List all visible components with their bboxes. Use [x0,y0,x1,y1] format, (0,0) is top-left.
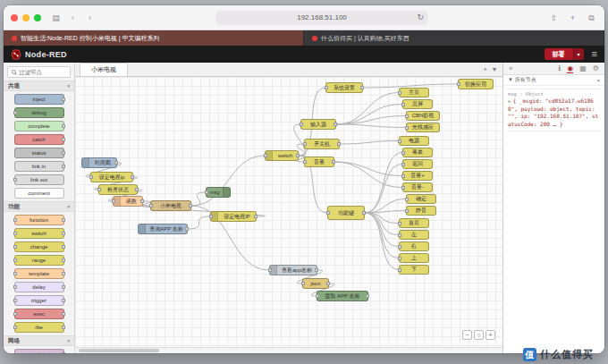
clear-debug-icon[interactable]: × [596,78,600,83]
flow-node-s3[interactable]: CBN影视 [406,111,440,121]
node-port-out[interactable] [131,175,134,179]
node-port-in[interactable] [303,142,307,146]
node-port-out[interactable] [62,165,65,168]
flow-node-s2[interactable]: 息屏 [402,99,433,109]
palette-node-complete[interactable]: complete [14,121,64,131]
node-port-out[interactable] [62,352,65,353]
node-port-in[interactable] [264,154,267,157]
refresh-icon[interactable]: ↻ [417,13,424,21]
browser-tab-inactive[interactable]: 什么值得买 | 认真购物,买好东西 [304,30,604,46]
forward-icon[interactable]: › [84,13,96,23]
new-tab-icon[interactable]: + [567,13,578,23]
flow-node-ip1[interactable]: 设定电视ip [90,172,133,182]
palette-node-trigger[interactable]: trigger [14,295,64,306]
node-port-out[interactable] [185,227,189,231]
flow-node-s12[interactable]: 首页 [399,218,429,228]
node-port-out[interactable] [360,86,364,89]
wire-fk-s13[interactable] [365,213,399,235]
node-port-out[interactable] [62,272,65,275]
debug-filter-dropdown[interactable]: ▼ 所有节点 [508,76,536,84]
close-window-button[interactable] [11,14,18,21]
wire-fk-s7[interactable] [365,165,402,214]
palette-node-range[interactable]: range [14,255,64,266]
flow-canvas[interactable]: − ○ + 时间戳设定电视ip检查状态函数小米电视msg设定电视IP查询APP … [75,77,502,347]
palette-node-link-in[interactable]: link in [14,161,64,172]
node-port-in[interactable] [326,211,330,215]
palette-search-input[interactable] [19,69,66,75]
node-port-out[interactable] [366,294,369,298]
node-port-in[interactable] [301,282,305,285]
node-port-out[interactable] [315,268,318,272]
palette-node-delay[interactable]: delay [14,282,64,292]
flow-node-ip2[interactable]: 设定电视IP [210,211,257,222]
node-port-in[interactable] [405,114,409,118]
canvas-h-scrollbar[interactable] [75,347,502,353]
address-bar[interactable]: 192.168.51.100 ↻ [215,11,428,25]
flow-node-s8[interactable]: 音量+ [402,171,433,181]
node-port-in[interactable] [205,190,208,194]
flow-node-s11[interactable]: 静音 [406,206,436,216]
maximize-window-button[interactable] [34,14,41,21]
node-port-out[interactable] [62,138,65,141]
node-port-in[interactable] [300,123,303,126]
flow-list-icon[interactable]: ▾ [493,65,496,73]
node-port-out[interactable] [62,218,65,222]
node-port-in[interactable] [401,163,405,166]
node-port-in[interactable] [13,218,17,222]
palette-node-function[interactable]: function [14,215,64,225]
palette-node-switch[interactable]: switch [14,228,64,239]
palette-section-header[interactable]: 功能▾ [4,201,74,212]
node-port-out[interactable] [114,161,118,165]
sidebar-collapse-icon[interactable]: « [509,64,512,72]
wire-fk-s6[interactable] [365,153,402,214]
palette-search[interactable] [7,66,71,78]
deploy-options-caret-icon[interactable]: ▾ [573,48,584,60]
node-port-in[interactable] [401,174,405,178]
node-port-in[interactable] [13,178,17,182]
node-port-in[interactable] [268,268,272,272]
node-port-in[interactable] [303,160,307,164]
flow-node-tv[interactable]: 小米电视 [150,200,191,211]
node-port-in[interactable] [398,91,401,95]
node-port-out[interactable] [62,151,65,155]
node-port-out[interactable] [189,204,192,207]
flow-node-s9[interactable]: 音量- [402,182,433,192]
flow-node-vol[interactable]: 音量 [304,157,334,167]
palette-node-rbe[interactable]: rbe [14,322,64,333]
tab-info-icon[interactable]: ℹ [558,64,561,72]
node-port-out[interactable] [62,97,65,101]
flow-node-fn[interactable]: 函数 [113,196,143,207]
zoom-reset-button[interactable]: ○ [474,330,484,340]
wire-src-s4[interactable] [336,124,406,128]
node-port-in[interactable] [13,299,17,302]
node-port-in[interactable] [401,186,405,190]
node-port-out[interactable] [62,285,65,289]
flow-node-e1[interactable]: 提取 APP 名称 [317,291,368,301]
node-port-in[interactable] [316,294,319,298]
wire-q1-ip2[interactable] [188,216,210,229]
flow-node-s10[interactable]: 确定 [406,194,436,204]
node-port-in[interactable] [401,151,405,155]
flow-node-sys[interactable]: 系统设置 [325,82,363,93]
node-port-in[interactable] [13,245,17,249]
back-icon[interactable]: ‹ [67,13,79,23]
node-port-in[interactable] [325,86,328,89]
palette-node-status[interactable]: status [14,148,64,158]
palette-node-inject[interactable]: inject [14,94,64,105]
flow-node-s16[interactable]: 下 [399,265,429,275]
tab-config-icon[interactable]: ⚙ [593,64,599,72]
node-port-in[interactable] [405,209,409,213]
deploy-label[interactable]: 部署 [545,48,573,60]
tab-debug-icon[interactable]: ◉ [567,64,573,73]
node-port-in[interactable] [398,257,401,260]
node-port-out[interactable] [62,245,65,249]
node-port-in[interactable] [97,188,101,191]
palette-node-debug[interactable]: debug [14,107,64,118]
tab-overview-icon[interactable]: ⧉ [586,13,597,23]
flow-node-s15[interactable]: 上 [399,253,429,263]
node-port-out[interactable] [62,299,65,302]
node-port-in[interactable] [13,312,17,316]
wire-fk-s15[interactable] [365,213,399,258]
browser-tab-active[interactable]: 智能生活:Node-RED 控制小米电视 | 中文编程系列 [4,30,304,46]
palette-node-change[interactable]: change [14,241,64,252]
